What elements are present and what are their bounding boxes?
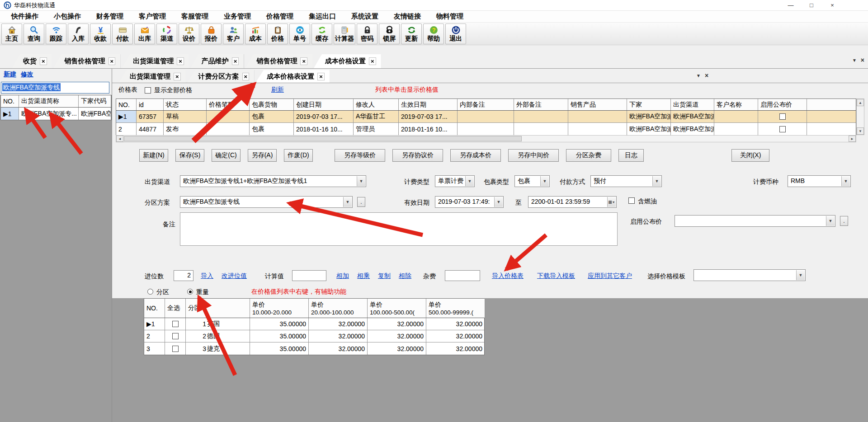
lock-screen-button[interactable]: 锁屏 bbox=[379, 23, 400, 44]
copy-link[interactable]: 复制 bbox=[378, 272, 391, 280]
row-select-checkbox[interactable] bbox=[172, 321, 179, 327]
add-link[interactable]: 相加 bbox=[336, 272, 349, 280]
misc-fee-input[interactable] bbox=[445, 270, 480, 281]
download-template-link[interactable]: 下载导入模板 bbox=[537, 272, 575, 280]
inner-tab-close-icon[interactable]: × bbox=[705, 72, 708, 79]
channel-select[interactable]: 欧洲FBA空加派专线1+欧洲FBA空加派专线1 ▼ bbox=[180, 175, 366, 187]
tab-receiving-close-icon[interactable]: × bbox=[40, 57, 47, 65]
new-link[interactable]: 新建 bbox=[4, 70, 16, 79]
minimize-icon[interactable]: — bbox=[780, 0, 801, 10]
tab-sales-price-management-1[interactable]: 销售价格管理× bbox=[53, 54, 121, 68]
multiply-link[interactable]: 相乘 bbox=[357, 272, 370, 280]
public-price-checkbox[interactable] bbox=[779, 113, 786, 120]
valid-to-datepicker[interactable]: 2200-01-01 23:59:59 ▦▼ bbox=[528, 196, 617, 208]
scroll-up-icon[interactable]: ▲ bbox=[857, 99, 864, 106]
exit-power-button[interactable]: 退出 bbox=[445, 23, 466, 44]
weight-table-row[interactable]: 33捷克35.0000032.0000032.0000032.00000 bbox=[144, 342, 484, 355]
cache-refresh-button[interactable]: 缓存 bbox=[311, 23, 332, 44]
tab-product-maintenance-close-icon[interactable]: × bbox=[232, 57, 239, 65]
receive-payment-button[interactable]: ¥收款 bbox=[90, 23, 111, 44]
row-select-checkbox[interactable] bbox=[172, 333, 179, 339]
tab-sales-price-management-1-close-icon[interactable]: × bbox=[108, 57, 116, 65]
zone-misc-fee-button[interactable]: 分区杂费 bbox=[566, 149, 611, 162]
remark-textarea[interactable] bbox=[180, 212, 618, 246]
menu-friendly-links[interactable]: 友情链接 bbox=[386, 12, 429, 21]
menu-price-management[interactable]: 价格管理 bbox=[259, 12, 301, 21]
change-carry-link[interactable]: 改进位值 bbox=[222, 272, 247, 280]
tab-shipping-channel-management-close-icon[interactable]: × bbox=[177, 57, 184, 65]
chevron-down-icon[interactable]: ▼ bbox=[465, 176, 474, 186]
menu-customer-service-management[interactable]: 客服管理 bbox=[174, 12, 216, 21]
chevron-down-icon[interactable]: ▼ bbox=[841, 176, 850, 186]
close-button[interactable]: 关闭(X) bbox=[731, 149, 769, 162]
tab-cost-price-settings-close-icon[interactable]: × bbox=[369, 57, 376, 65]
confirm-button[interactable]: 确定(C) bbox=[212, 149, 241, 162]
zone-mode-radio[interactable] bbox=[147, 289, 153, 295]
set-price-scales-button[interactable]: 设价 bbox=[179, 23, 199, 44]
inner-tab-shipping-channel-management[interactable]: 出货渠道管理× bbox=[118, 70, 186, 83]
weight-table-row[interactable]: ▶11英国35.0000032.0000032.0000032.00000 bbox=[144, 318, 484, 330]
public-price-checkbox[interactable] bbox=[779, 126, 786, 132]
save-as-grade-price-button[interactable]: 另存等级价 bbox=[335, 149, 385, 162]
menu-parcel-operations[interactable]: 小包操作 bbox=[46, 12, 89, 21]
modify-link[interactable]: 修改 bbox=[21, 70, 33, 79]
menu-customer-management[interactable]: 客户管理 bbox=[131, 12, 174, 21]
row-select-checkbox[interactable] bbox=[172, 346, 179, 352]
menu-system-settings[interactable]: 系统设置 bbox=[344, 12, 386, 21]
save-button[interactable]: 保存(S) bbox=[175, 149, 204, 162]
inner-tab-cost-price-table-settings[interactable]: 成本价格表设置× bbox=[255, 70, 330, 83]
inner-tab-cost-price-table-settings-close-icon[interactable]: × bbox=[317, 73, 325, 80]
main-tab-close-icon[interactable]: × bbox=[861, 56, 864, 64]
scroll-down-icon[interactable]: ▼ bbox=[857, 127, 864, 135]
public-price-select[interactable]: ▼ bbox=[675, 215, 835, 227]
scroll-left-icon[interactable]: ◄ bbox=[116, 136, 123, 142]
save-as-agreement-price-button[interactable]: 另存协议价 bbox=[392, 149, 443, 162]
hscroll-thumb[interactable] bbox=[124, 136, 522, 141]
menu-express-operations[interactable]: 快件操作 bbox=[4, 12, 46, 21]
payment-method-select[interactable]: 预付 ▼ bbox=[590, 175, 662, 187]
save-as-button[interactable]: 另存(A) bbox=[248, 149, 277, 162]
inner-tab-billing-zone-plan[interactable]: 计费分区方案× bbox=[187, 70, 255, 83]
zone-plan-browse-button[interactable]: . bbox=[357, 197, 365, 207]
menu-business-management[interactable]: 业务管理 bbox=[216, 12, 259, 21]
price-list-row[interactable]: ▶167357草稿包裹2019-07-03 17...A华磊甘工2019-07-… bbox=[116, 111, 856, 123]
package-type-select[interactable]: 包裹 ▼ bbox=[514, 175, 550, 187]
tracking-wifi-button[interactable]: 跟踪 bbox=[46, 23, 66, 44]
zone-plan-select[interactable]: 欧洲FBA空加派专线 ▼ bbox=[180, 196, 353, 208]
cost-chart-button[interactable]: 成本 bbox=[245, 23, 266, 44]
price-clipboard-button[interactable]: 价格 bbox=[267, 23, 288, 44]
menu-material-management[interactable]: 物料管理 bbox=[429, 12, 471, 21]
import-link[interactable]: 导入 bbox=[201, 272, 213, 280]
customer-button[interactable]: 客户 bbox=[223, 23, 244, 44]
inner-tab-shipping-channel-management-close-icon[interactable]: × bbox=[174, 73, 181, 80]
menu-finance-management[interactable]: 财务管理 bbox=[89, 12, 131, 21]
help-button[interactable]: ?帮助 bbox=[423, 23, 444, 44]
tab-sales-price-management-2[interactable]: 销售价格管理× bbox=[245, 54, 312, 68]
tracking-number-eye-button[interactable]: 单号 bbox=[289, 23, 310, 44]
apply-to-other-customers-link[interactable]: 应用到其它客户 bbox=[588, 272, 632, 280]
maximize-icon[interactable]: □ bbox=[801, 0, 822, 10]
currency-select[interactable]: RMB ▼ bbox=[788, 175, 851, 187]
channel-list-row[interactable]: ▶1欧洲FBA空加派专...欧洲FBA空... bbox=[1, 108, 111, 120]
billing-type-select[interactable]: 单票计费 ▼ bbox=[435, 175, 475, 187]
inbound-scanner-button[interactable]: 入库 bbox=[68, 23, 89, 44]
inner-tab-billing-zone-plan-close-icon[interactable]: × bbox=[242, 73, 250, 80]
import-price-table-link[interactable]: 导入价格表 bbox=[492, 272, 524, 280]
price-list-row[interactable]: 244877发布包裹2018-01-16 10...管理员2018-01-16 … bbox=[116, 123, 856, 135]
outbound-envelope-button[interactable]: 出库 bbox=[134, 23, 155, 44]
weight-mode-radio[interactable] bbox=[187, 289, 193, 295]
chevron-down-icon[interactable]: ▼ bbox=[494, 197, 503, 207]
chevron-down-icon[interactable]: ▼ bbox=[652, 176, 661, 186]
divide-link[interactable]: 相除 bbox=[399, 272, 411, 280]
quote-bag-button[interactable]: 报价 bbox=[201, 23, 222, 44]
password-lock-button[interactable]: 密码 bbox=[357, 23, 377, 44]
search-button[interactable]: 查询 bbox=[24, 23, 44, 44]
chevron-down-icon[interactable]: ▼ bbox=[343, 197, 352, 207]
carry-digits-input[interactable]: 2 bbox=[174, 270, 193, 281]
price-table-vscrollbar[interactable]: ▲ ▼ bbox=[856, 98, 864, 135]
show-all-prices-checkbox[interactable] bbox=[145, 87, 151, 94]
home-button[interactable]: 主页 bbox=[1, 23, 22, 44]
close-icon[interactable]: × bbox=[822, 0, 843, 10]
price-template-select[interactable]: ▼ bbox=[693, 269, 806, 281]
fuel-included-checkbox[interactable] bbox=[628, 197, 635, 204]
